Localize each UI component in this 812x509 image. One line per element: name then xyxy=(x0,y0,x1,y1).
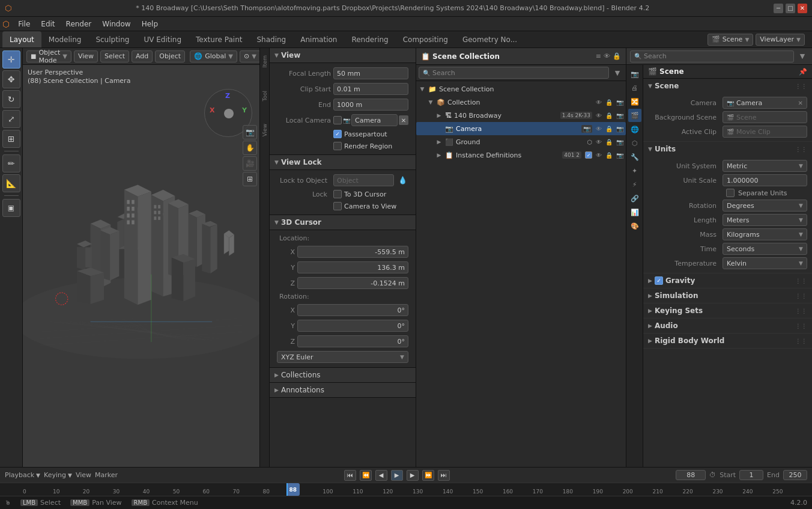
collection-restrict-btn[interactable]: 🔒 xyxy=(605,99,613,106)
broadway-render[interactable]: 📷 xyxy=(616,112,623,119)
sp-simulation-header[interactable]: ▶ Simulation ⋮⋮ xyxy=(643,288,812,303)
end-frame-field[interactable]: 250 xyxy=(783,470,807,480)
grid-view-tool[interactable]: ⊞ xyxy=(243,172,257,186)
sp-mass-dropdown[interactable]: Kilograms ▼ xyxy=(723,228,807,240)
cursor-ry-value[interactable]: 0° xyxy=(297,320,408,332)
pivot-point[interactable]: ⊙▼ xyxy=(240,50,261,62)
annotations-header[interactable]: ▶ Annotations xyxy=(270,383,416,398)
tab-modeling[interactable]: Modeling xyxy=(41,31,89,47)
object-mode-selector[interactable]: ■ Object Mode ▼ xyxy=(26,50,71,62)
instance-render[interactable]: 📷 xyxy=(616,152,623,159)
clip-start-value[interactable]: 0.01 m xyxy=(333,83,408,95)
tab-output[interactable]: 🖨 xyxy=(628,81,641,94)
outliner-item-collection[interactable]: ▼ 📦 Collection 👁 🔒 📷 xyxy=(416,96,626,109)
instance-restrict[interactable]: 🔒 xyxy=(605,152,613,159)
next-frame-btn[interactable]: ▶ xyxy=(407,470,419,481)
sp-length-dropdown[interactable]: Meters ▼ xyxy=(723,214,807,226)
add-menu[interactable]: Add xyxy=(132,50,153,62)
sp-scene-header[interactable]: ▼ Scene ⋮⋮ xyxy=(643,79,812,93)
tab-material[interactable]: 🎨 xyxy=(628,219,641,233)
scene-selector[interactable]: 🎬Scene▼ xyxy=(707,34,753,46)
maximize-button[interactable]: □ xyxy=(786,4,795,13)
pin-btn[interactable]: 📌 xyxy=(799,68,807,76)
select-menu[interactable]: Select xyxy=(100,50,129,62)
cursor-z-value[interactable]: -0.1524 m xyxy=(297,277,408,289)
select-status[interactable]: LMB Select xyxy=(20,499,61,507)
sp-active-clip-value[interactable]: 🎬 Movie Clip xyxy=(723,126,807,138)
cursor-section-header[interactable]: ▼ 3D Cursor xyxy=(270,215,416,230)
ground-restrict[interactable]: 🔒 xyxy=(605,139,613,145)
ground-visibility[interactable]: 👁 xyxy=(596,139,602,145)
outliner-filter-btn[interactable]: ≡ xyxy=(596,52,601,60)
sp-time-dropdown[interactable]: Seconds ▼ xyxy=(723,243,807,255)
scale-tool[interactable]: ⤢ xyxy=(2,110,20,128)
pan-status[interactable]: MMB Pan View xyxy=(70,499,122,507)
view-section-header[interactable]: ▼ View xyxy=(270,48,416,63)
sp-camera-value[interactable]: 📷 Camera ✕ xyxy=(723,97,807,109)
outliner-item-ground[interactable]: ▶ ⬛ Ground ⬡ 👁 🔒 📷 xyxy=(416,135,626,148)
lock-to-object-field[interactable]: Object xyxy=(333,174,394,186)
sp-unit-scale-value[interactable]: 1.000000 xyxy=(723,174,807,186)
view-lock-header[interactable]: ▼ View Lock xyxy=(270,154,416,170)
collection-visibility-btn[interactable]: 👁 xyxy=(596,99,602,106)
camera-render[interactable]: 📷 xyxy=(616,126,623,132)
add-cube-tool[interactable]: ▣ xyxy=(2,199,20,217)
playback-menu[interactable]: Playback ▼ xyxy=(5,471,40,479)
menu-help[interactable]: Help xyxy=(137,19,163,29)
separate-units-checkbox[interactable] xyxy=(726,189,735,197)
menu-render[interactable]: Render xyxy=(61,19,97,29)
menu-edit[interactable]: Edit xyxy=(36,19,59,29)
jump-to-start-btn[interactable]: ⏮ xyxy=(344,470,356,481)
tab-modifier[interactable]: 🔧 xyxy=(628,150,641,163)
tab-compositing[interactable]: Compositing xyxy=(396,31,455,47)
view-layer-selector[interactable]: ViewLayer▼ xyxy=(756,34,805,46)
cursor-rx-value[interactable]: 0° xyxy=(297,304,408,316)
move-tool[interactable]: ✥ xyxy=(2,70,20,88)
broadway-visibility[interactable]: 👁 xyxy=(596,112,602,119)
tab-object[interactable]: ⬡ xyxy=(628,136,641,150)
cursor-y-value[interactable]: 136.3 m xyxy=(297,261,408,273)
tab-view-layer[interactable]: 🔀 xyxy=(628,95,641,108)
collection-render-btn[interactable]: 📷 xyxy=(616,99,623,106)
start-frame-field[interactable]: 1 xyxy=(739,470,763,480)
camera-restrict[interactable]: 🔒 xyxy=(605,126,613,132)
minimize-button[interactable]: ─ xyxy=(774,4,783,13)
rotation-mode-dropdown[interactable]: XYZ Euler ▼ xyxy=(277,351,408,363)
sp-gravity-header[interactable]: ▶ ✓ Gravity ⋮⋮ xyxy=(643,273,812,288)
object-menu[interactable]: Object xyxy=(155,50,185,62)
props-filter-btn[interactable]: ▼ xyxy=(796,50,808,62)
outliner-filter-icon[interactable]: ▼ xyxy=(611,67,623,79)
sp-keying-options[interactable]: ⋮⋮ xyxy=(795,308,807,314)
instance-visibility[interactable]: 👁 xyxy=(596,152,602,159)
instance-checkbox[interactable]: ✓ xyxy=(585,151,592,159)
cursor-tool[interactable]: ✛ xyxy=(2,50,20,69)
current-frame-field[interactable]: 88 xyxy=(676,470,706,480)
tab-world[interactable]: 🌐 xyxy=(628,123,641,136)
tab-shading[interactable]: Shading xyxy=(249,31,293,47)
local-camera-toggle[interactable] xyxy=(333,116,342,124)
tab-layout[interactable]: Layout xyxy=(2,31,41,47)
transform-tool[interactable]: ⊞ xyxy=(2,130,20,148)
sp-audio-header[interactable]: ▶ Audio ⋮⋮ xyxy=(643,319,812,333)
prev-frame-btn[interactable]: ◀ xyxy=(375,470,387,481)
sp-rotation-dropdown[interactable]: Degrees ▼ xyxy=(723,200,807,212)
view-menu-timeline[interactable]: View xyxy=(76,471,91,479)
outliner-search-field[interactable]: 🔍 Search xyxy=(419,67,609,79)
outliner-item-broadway[interactable]: ▶ 🏗 140 Broadway 1.4s 2K-33 👁 🔒 📷 xyxy=(416,109,626,122)
tab-animation[interactable]: Animation xyxy=(293,31,344,47)
sp-rigid-body-options[interactable]: ⋮⋮ xyxy=(795,338,807,344)
sp-simulation-options[interactable]: ⋮⋮ xyxy=(795,293,807,299)
tab-geometry-nodes[interactable]: Geometry No... xyxy=(455,31,524,47)
sp-temperature-dropdown[interactable]: Kelvin ▼ xyxy=(723,257,807,269)
annotate-tool[interactable]: ✏ xyxy=(2,154,20,172)
next-keyframe-btn[interactable]: ⏩ xyxy=(422,470,434,481)
broadway-restrict[interactable]: 🔒 xyxy=(605,112,613,119)
collections-header[interactable]: ▶ Collections xyxy=(270,367,416,383)
sp-unit-system-dropdown[interactable]: Metric ▼ xyxy=(723,160,807,172)
play-pause-btn[interactable]: ▶ xyxy=(391,470,403,481)
measure-tool[interactable]: 📐 xyxy=(2,174,20,192)
transform-space[interactable]: 🌐 Global ▼ xyxy=(190,50,237,62)
close-button[interactable]: ✕ xyxy=(798,4,807,13)
tab-scene[interactable]: 🎬 xyxy=(628,109,641,122)
sp-bg-scene-value[interactable]: 🎬 Scene xyxy=(723,111,807,123)
